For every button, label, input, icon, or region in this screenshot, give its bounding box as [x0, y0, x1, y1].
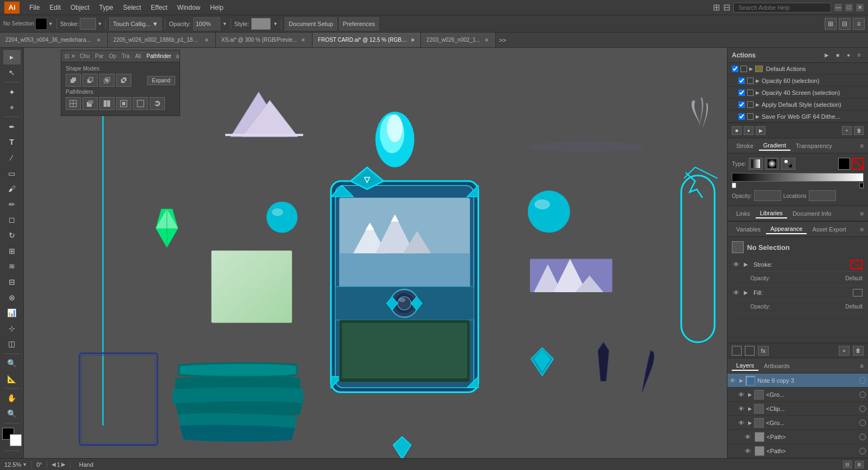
- paint-tool[interactable]: 🖌: [3, 182, 21, 196]
- line-tool[interactable]: ∕: [3, 151, 21, 165]
- expand-btn[interactable]: Expand: [147, 76, 175, 85]
- shape-exclude[interactable]: [116, 74, 131, 87]
- actions-folder-visibility[interactable]: [741, 66, 747, 72]
- fx-button[interactable]: fx: [758, 346, 769, 356]
- style-preview[interactable]: [251, 18, 271, 30]
- pf-outline[interactable]: [133, 97, 148, 110]
- action-visibility-3[interactable]: [747, 113, 754, 120]
- close-button[interactable]: ✕: [856, 4, 864, 11]
- action-visibility-2[interactable]: [747, 101, 754, 108]
- layer-eye-0[interactable]: 👁: [730, 377, 737, 384]
- pf-minus-back[interactable]: [150, 97, 165, 110]
- eyedropper-tool[interactable]: 🔍: [3, 356, 21, 371]
- tab-tra[interactable]: Tra: [119, 53, 132, 59]
- fill-visibility-icon[interactable]: 👁: [733, 289, 741, 297]
- opacity-arrow[interactable]: ▼: [222, 21, 227, 27]
- pathfinder-move[interactable]: ⊡: [65, 53, 69, 59]
- opacity-field[interactable]: [754, 190, 781, 201]
- layer-eye-1[interactable]: 👁: [738, 391, 746, 398]
- layer-row-2[interactable]: 👁 ▶ <Clip...: [727, 402, 868, 416]
- layer-eye-2[interactable]: 👁: [738, 405, 746, 412]
- action-expand-1[interactable]: ▶: [756, 90, 760, 95]
- tab-par[interactable]: Par: [93, 53, 106, 59]
- actions-stop-btn[interactable]: ■: [732, 126, 742, 135]
- free-transform-tool[interactable]: ⊟: [3, 275, 21, 289]
- tab-variables[interactable]: Variables: [732, 225, 765, 234]
- layer-expand-3[interactable]: ▶: [748, 420, 752, 426]
- tab-links[interactable]: Links: [732, 209, 755, 218]
- tab-asset-export[interactable]: Asset Export: [808, 225, 850, 234]
- stroke-visibility-icon[interactable]: 👁: [733, 261, 741, 268]
- tab-close-1[interactable]: ✕: [203, 37, 210, 43]
- tab-0[interactable]: 2204_w053_n004_36_medicharacters_p511_36…: [0, 33, 108, 48]
- action-expand-0[interactable]: ▶: [756, 78, 760, 83]
- actions-record[interactable]: ●: [844, 51, 853, 60]
- rotate-tool[interactable]: ↻: [3, 228, 21, 243]
- action-visibility-1[interactable]: [747, 89, 754, 96]
- action-check-0[interactable]: [738, 78, 745, 84]
- menu-select[interactable]: Select: [119, 3, 145, 12]
- symbol-tool[interactable]: ⊛: [3, 290, 21, 305]
- tab-4[interactable]: 2203_w026_n002_1... ✕: [421, 33, 496, 48]
- minimize-button[interactable]: —: [834, 4, 842, 11]
- tab-appearance[interactable]: Appearance: [766, 224, 807, 234]
- actions-delete-btn[interactable]: 🗑: [854, 126, 864, 135]
- appearance-fill-swatch[interactable]: [732, 346, 742, 356]
- tab-3[interactable]: FROST CARD.ai* @ 12.5 % (RGB/CPU Preview…: [312, 33, 421, 48]
- zoom-value[interactable]: 12.5%: [4, 461, 21, 468]
- pen-tool[interactable]: ✒: [3, 119, 21, 134]
- gradient-panel-menu[interactable]: ≡: [860, 143, 864, 149]
- tab-ali[interactable]: Ali: [133, 53, 143, 59]
- appearance-new-btn[interactable]: +: [839, 346, 850, 356]
- layer-circle-5[interactable]: [859, 448, 866, 454]
- zoom-tool[interactable]: 🔍: [3, 407, 21, 421]
- tab-close-4[interactable]: ✕: [483, 37, 490, 43]
- gradient-tool[interactable]: ◫: [3, 337, 21, 351]
- action-expand-2[interactable]: ▶: [756, 102, 760, 107]
- actions-folder-check[interactable]: [732, 66, 738, 72]
- menu-window[interactable]: Window: [173, 3, 205, 12]
- tab-overflow-btn[interactable]: >>: [496, 37, 509, 43]
- tab-close-0[interactable]: ✕: [95, 37, 102, 43]
- tab-libraries[interactable]: Libraries: [756, 209, 787, 218]
- gradient-linear-btn[interactable]: [749, 158, 763, 170]
- menu-help[interactable]: Help: [206, 3, 228, 12]
- actions-folder[interactable]: ▶ Default Actions: [727, 63, 868, 75]
- layer-expand-1[interactable]: ▶: [748, 392, 752, 397]
- opacity-input[interactable]: [193, 17, 220, 30]
- action-visibility-0[interactable]: [747, 78, 754, 84]
- status-fit-btn[interactable]: ⊟: [843, 461, 852, 468]
- shape-unite[interactable]: [66, 74, 81, 87]
- selection-tool[interactable]: ▸: [3, 50, 21, 65]
- arrange-btn[interactable]: ⊞: [825, 18, 837, 30]
- direct-selection-tool[interactable]: ↖: [3, 66, 21, 80]
- pencil-tool[interactable]: ✏: [3, 197, 21, 212]
- gradient-radial-btn[interactable]: [765, 158, 779, 170]
- tab-2[interactable]: XS.ai* @ 300 % (RGB/Previe... ✕: [216, 33, 312, 48]
- background-color[interactable]: [10, 434, 22, 446]
- nav-next[interactable]: ▶: [61, 461, 66, 467]
- fill-preview[interactable]: [35, 18, 47, 30]
- pf-divide[interactable]: [66, 97, 81, 110]
- layer-row-3[interactable]: 👁 ▶ <Gro...: [727, 416, 868, 430]
- layer-circle-2[interactable]: [859, 405, 866, 412]
- shape-intersect[interactable]: [99, 74, 114, 87]
- touch-calligraphy-btn[interactable]: Touch Callig... ▼: [109, 17, 162, 30]
- layer-expand-0[interactable]: ▶: [739, 378, 743, 383]
- appearance-delete-btn[interactable]: 🗑: [853, 346, 864, 356]
- type-tool[interactable]: T: [3, 135, 21, 150]
- fill-expand-icon[interactable]: ▶: [744, 289, 750, 295]
- actions-menu[interactable]: ≡: [855, 51, 864, 60]
- arrange-btn2[interactable]: ⊟: [839, 18, 851, 30]
- action-expand-3[interactable]: ▶: [756, 114, 760, 119]
- tab-1[interactable]: 2205_w026_n002_1886b_p1_1886 [Converted]…: [108, 33, 216, 48]
- layer-row-5[interactable]: 👁 <Path>: [727, 444, 868, 458]
- layer-row-4[interactable]: 👁 <Path>: [727, 430, 868, 444]
- locations-field[interactable]: [809, 190, 836, 201]
- layer-eye-3[interactable]: 👁: [738, 420, 746, 426]
- tab-transparency[interactable]: Transparency: [792, 141, 837, 150]
- layer-eye-5[interactable]: 👁: [745, 448, 752, 454]
- pf-merge[interactable]: [99, 97, 114, 110]
- actions-record-btn[interactable]: ●: [744, 126, 754, 135]
- gradient-freeform-btn[interactable]: [781, 158, 795, 170]
